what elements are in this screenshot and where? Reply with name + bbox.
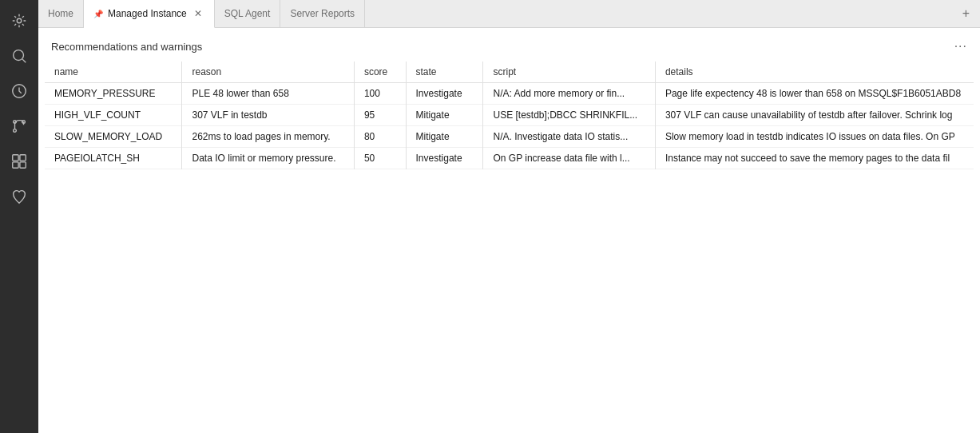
cell-state: Investigate [406, 83, 483, 105]
sidebar-item-git[interactable] [0, 109, 38, 144]
svg-rect-9 [20, 162, 26, 168]
tab-managed-instance[interactable]: 📌 Managed Instance ✕ [84, 0, 215, 28]
cell-details: Slow memory load in testdb indicates IO … [655, 126, 974, 148]
cell-reason: PLE 48 lower than 658 [182, 83, 354, 105]
cell-reason: Data IO limit or memory pressure. [182, 148, 354, 169]
cell-score: 95 [354, 105, 406, 126]
svg-point-1 [14, 50, 24, 61]
cell-details: 307 VLF can cause unavailability of test… [655, 105, 974, 126]
col-header-script: script [483, 62, 655, 83]
activity-bar [0, 0, 38, 433]
table-row[interactable]: SLOW_MEMORY_LOAD262ms to load pages in m… [45, 126, 974, 148]
svg-rect-6 [13, 155, 18, 161]
cell-score: 50 [354, 148, 406, 169]
recommendations-table-container: name reason score state script details M… [38, 62, 980, 433]
col-header-score: score [354, 62, 406, 83]
cell-state: Investigate [406, 148, 483, 169]
cell-script: N/A: Add more memory or fin... [483, 83, 655, 105]
section-header: Recommendations and warnings ··· [38, 28, 980, 62]
cell-state: Mitigate [406, 105, 483, 126]
content-area: Recommendations and warnings ··· name re… [38, 28, 980, 433]
svg-rect-7 [20, 155, 26, 161]
cell-score: 80 [354, 126, 406, 148]
cell-score: 100 [354, 83, 406, 105]
recommendations-table: name reason score state script details M… [45, 62, 974, 169]
tab-server-reports[interactable]: Server Reports [280, 0, 365, 27]
cell-name: SLOW_MEMORY_LOAD [45, 126, 182, 148]
sidebar-item-search[interactable] [0, 38, 38, 73]
table-row[interactable]: PAGEIOLATCH_SHData IO limit or memory pr… [45, 148, 974, 169]
tab-home[interactable]: Home [38, 0, 84, 27]
cell-name: MEMORY_PRESSURE [45, 83, 182, 105]
cell-script: On GP increase data file with l... [483, 148, 655, 169]
main-area: Home 📌 Managed Instance ✕ SQL Agent Serv… [38, 0, 980, 433]
cell-reason: 307 VLF in testdb [182, 105, 354, 126]
section-title: Recommendations and warnings [51, 41, 202, 53]
col-header-name: name [45, 62, 182, 83]
tab-add-button[interactable]: + [952, 0, 980, 27]
col-header-reason: reason [182, 62, 354, 83]
tab-sql-agent[interactable]: SQL Agent [215, 0, 281, 27]
svg-rect-8 [13, 162, 18, 168]
cell-name: HIGH_VLF_COUNT [45, 105, 182, 126]
table-header-row: name reason score state script details [45, 62, 974, 83]
table-body: MEMORY_PRESSUREPLE 48 lower than 658100I… [45, 83, 974, 169]
tab-bar: Home 📌 Managed Instance ✕ SQL Agent Serv… [38, 0, 980, 28]
sidebar-item-health[interactable] [0, 179, 38, 214]
table-row[interactable]: MEMORY_PRESSUREPLE 48 lower than 658100I… [45, 83, 974, 105]
tab-close-managed-instance[interactable]: ✕ [192, 7, 204, 20]
sidebar-item-extensions[interactable] [0, 144, 38, 179]
svg-point-0 [17, 18, 22, 23]
cell-details: Instance may not succeed to save the mem… [655, 148, 974, 169]
cell-state: Mitigate [406, 126, 483, 148]
col-header-details: details [655, 62, 974, 83]
svg-point-3 [14, 129, 17, 133]
section-menu-button[interactable]: ··· [954, 39, 967, 54]
table-row[interactable]: HIGH_VLF_COUNT307 VLF in testdb95Mitigat… [45, 105, 974, 126]
cell-script: USE [testdb];DBCC SHRINKFIL... [483, 105, 655, 126]
sidebar-item-insights[interactable] [0, 73, 38, 109]
cell-name: PAGEIOLATCH_SH [45, 148, 182, 169]
tab-pin-icon: 📌 [93, 10, 103, 18]
cell-details: Page life expectency 48 is lower than 65… [655, 83, 974, 105]
tab-spacer [365, 0, 952, 27]
col-header-state: state [406, 62, 483, 83]
cell-reason: 262ms to load pages in memory. [182, 126, 354, 148]
sidebar-item-connections[interactable] [0, 3, 38, 38]
cell-script: N/A. Investigate data IO statis... [483, 126, 655, 148]
